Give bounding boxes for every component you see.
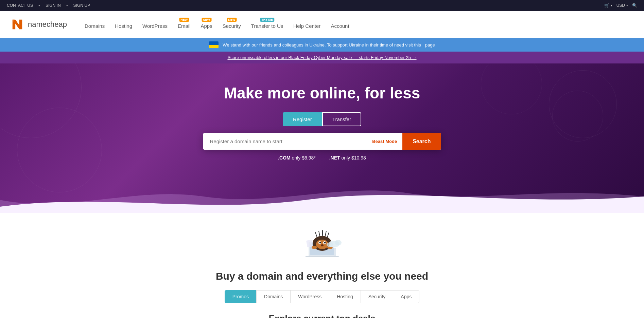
nav-email[interactable]: Email [174,20,195,32]
flag-top [209,41,219,45]
net-price-link[interactable]: .NET [329,155,340,161]
svg-line-4 [315,232,317,237]
nav-links: Domains Hosting WordPress NEW Email NEW … [81,17,634,32]
nav-item-wrapper-domains: Domains [81,17,109,32]
hero-tabs: Register Transfer [283,112,361,126]
contact-us-link[interactable]: CONTACT US [7,3,33,8]
nav-apps[interactable]: Apps [196,20,216,32]
top-bar-left: CONTACT US ▾ SIGN IN ▾ SIGN UP [7,3,90,8]
nav-item-wrapper-apps: NEW Apps [196,17,216,32]
logo-text: namecheap [28,20,67,29]
category-tabs: Promos Domains WordPress Hosting Securit… [225,290,419,303]
nav-item-wrapper-transfer: TRY ME Transfer to Us [247,17,287,32]
ukraine-flag [209,41,219,48]
hero-headline: Make more online, for less [224,84,420,102]
signin-chevron: ▾ [66,4,68,7]
hero-section: Make more online, for less Register Tran… [0,63,644,213]
deco-circle-2 [549,70,617,138]
nav-item-wrapper-help: Help Center [289,17,325,32]
nav-item-wrapper-account: Account [327,17,353,32]
nav-account[interactable]: Account [327,20,353,32]
ukraine-text: We stand with our friends and colleagues… [223,42,421,48]
top-bar-right: 🛒 ▾ USD ▾ 🔍 [604,3,637,8]
svg-rect-18 [306,240,313,247]
deco-circle-1 [0,63,82,138]
net-price: .NET only $10.98 [329,155,366,161]
nav-help[interactable]: Help Center [289,20,325,32]
search-icon: 🔍 [632,3,637,8]
domain-prices: .COM only $6.98* .NET only $10.98 [278,155,366,161]
svg-line-8 [327,232,329,237]
svg-line-5 [319,231,320,236]
cart-icon: 🛒 [604,3,609,8]
svg-point-14 [321,244,324,246]
explore-title: Explore current top deals [269,313,376,318]
deco-circle-5 [481,63,542,114]
cat-tab-wordpress[interactable]: WordPress [290,290,329,303]
ukraine-link[interactable]: page [425,42,435,48]
currency-label: USD [616,3,625,8]
cat-tab-promos[interactable]: Promos [225,290,257,303]
sign-in-link[interactable]: SIGN IN [46,3,61,8]
below-hero-section: Buy a domain and everything else you nee… [0,260,644,318]
bf-banner: Score unmissable offers in our Black Fri… [0,52,644,63]
cat-tab-apps[interactable]: Apps [393,290,419,303]
com-price-link[interactable]: .COM [278,155,291,161]
mascot-hedgehog [300,220,344,257]
nav-item-wrapper-email: NEW Email [174,17,195,32]
cat-tab-security[interactable]: Security [361,290,394,303]
contact-chevron: ▾ [38,4,40,7]
net-price-text: only $10.98 [341,155,366,161]
nav-wordpress[interactable]: WordPress [138,20,172,32]
com-price: .COM only $6.98* [278,155,316,161]
svg-line-7 [325,231,326,236]
currency-selector[interactable]: USD ▾ [616,3,628,8]
transfer-tab[interactable]: Transfer [322,112,361,126]
svg-rect-2 [305,256,339,257]
nav-security[interactable]: Security [219,20,245,32]
logo-link[interactable]: namecheap [10,17,67,32]
top-bar: CONTACT US ▾ SIGN IN ▾ SIGN UP 🛒 ▾ USD ▾… [0,0,644,11]
beast-mode-label: Beast Mode [372,139,397,144]
domain-search-input[interactable] [203,133,367,150]
deco-circle-3 [552,91,603,142]
search-bar: Beast Mode Search [203,133,441,150]
nav-hosting[interactable]: Hosting [111,20,136,32]
svg-point-21 [327,242,333,247]
currency-chevron: ▾ [626,4,628,7]
nav-domains[interactable]: Domains [81,20,109,32]
search-icon-button[interactable]: 🔍 [632,3,637,8]
nav-item-wrapper-wordpress: WordPress [138,17,172,32]
ukraine-banner: We stand with our friends and colleagues… [0,38,644,52]
sign-up-link[interactable]: SIGN UP [73,3,90,8]
svg-point-20 [335,240,342,245]
nav-item-wrapper-security: NEW Security [219,17,245,32]
hero-wave [0,180,644,213]
register-tab[interactable]: Register [283,112,322,126]
logo-icon [10,17,24,32]
svg-point-12 [319,242,321,244]
com-price-text: only $6.98* [292,155,316,161]
svg-point-13 [324,242,326,244]
search-button[interactable]: Search [402,133,441,150]
below-hero-headline: Buy a domain and everything else you nee… [216,270,428,282]
mascot-section [0,213,644,260]
cat-tab-hosting[interactable]: Hosting [329,290,361,303]
cart-button[interactable]: 🛒 ▾ [604,3,612,8]
cart-chevron: ▾ [611,4,612,7]
flag-bottom [209,45,219,48]
nav-item-wrapper-hosting: Hosting [111,17,136,32]
bf-link[interactable]: Score unmissable offers in our Black Fri… [227,55,416,60]
cat-tab-domains[interactable]: Domains [256,290,291,303]
beast-mode-toggle[interactable]: Beast Mode [367,133,402,150]
main-nav: namecheap Domains Hosting WordPress NEW … [0,11,644,38]
nav-transfer[interactable]: Transfer to Us [247,20,287,32]
